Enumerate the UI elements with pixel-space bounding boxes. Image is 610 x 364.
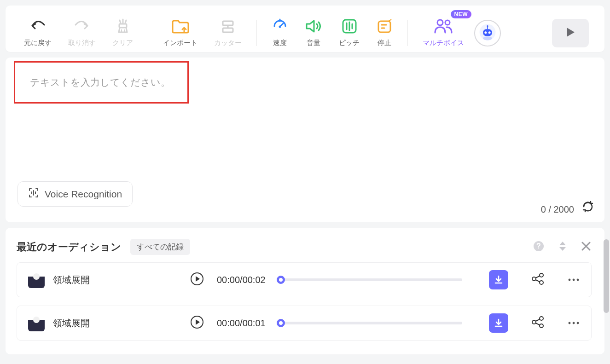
svg-point-45 xyxy=(540,324,543,328)
voice-recognition-label: Voice Recognition xyxy=(45,189,122,200)
sort-icon xyxy=(558,241,568,252)
play-icon xyxy=(565,27,575,40)
audition-row: 領域展開 00:00/00:02 xyxy=(17,262,592,297)
scrollbar[interactable] xyxy=(604,239,609,313)
svg-point-38 xyxy=(569,279,571,281)
svg-rect-1 xyxy=(223,21,233,25)
cutter-button[interactable]: カッター xyxy=(206,18,250,47)
multivoice-label: マルチボイス xyxy=(423,39,464,47)
play-circle-icon xyxy=(190,272,204,286)
pitch-label: ピッチ xyxy=(339,39,360,47)
volume-button[interactable]: 音量 xyxy=(296,18,331,47)
pitch-icon xyxy=(341,18,358,34)
play-circle-icon xyxy=(190,315,204,329)
row-play-button[interactable] xyxy=(190,315,204,331)
svg-rect-11 xyxy=(378,21,390,32)
help-icon: ? xyxy=(533,240,545,252)
pitch-button[interactable]: ピッチ xyxy=(331,18,368,47)
redo-button[interactable]: 取り消す xyxy=(60,18,104,47)
download-button[interactable] xyxy=(489,270,508,289)
brush-icon xyxy=(115,18,131,34)
multivoice-button[interactable]: NEW マルチボイス xyxy=(414,18,472,47)
clear-button[interactable]: クリア xyxy=(104,18,141,47)
svg-point-48 xyxy=(569,322,571,324)
more-icon xyxy=(567,321,580,325)
progress-slider[interactable] xyxy=(278,278,462,281)
play-button[interactable] xyxy=(552,19,589,47)
close-button[interactable] xyxy=(581,241,592,254)
svg-point-43 xyxy=(532,320,536,324)
volume-icon xyxy=(305,18,322,34)
share-icon xyxy=(531,273,544,285)
svg-point-33 xyxy=(532,277,536,281)
auditions-header: 最近のオーディション すべての記録 ? xyxy=(17,239,592,255)
refresh-button[interactable] xyxy=(581,200,594,215)
svg-point-35 xyxy=(540,281,543,284)
share-icon xyxy=(531,316,544,328)
svg-point-40 xyxy=(577,279,579,281)
undo-button[interactable]: 元に戻す xyxy=(16,18,60,47)
voice-recognition-button[interactable]: Voice Recognition xyxy=(17,181,133,207)
download-icon xyxy=(494,318,504,328)
help-button[interactable]: ? xyxy=(533,240,545,254)
svg-line-36 xyxy=(536,276,540,278)
all-records-chip[interactable]: すべての記録 xyxy=(130,239,190,255)
svg-point-23 xyxy=(483,36,492,40)
svg-point-49 xyxy=(573,322,575,324)
voice-avatar-button[interactable] xyxy=(474,20,501,46)
undo-label: 元に戻す xyxy=(24,39,52,47)
cutter-icon xyxy=(220,18,236,34)
audition-time: 00:00/00:02 xyxy=(217,275,266,285)
svg-line-46 xyxy=(536,319,540,322)
download-button[interactable] xyxy=(489,313,508,333)
audition-time: 00:00/00:01 xyxy=(217,318,266,329)
speed-label: 速度 xyxy=(273,39,287,47)
progress-slider[interactable] xyxy=(278,322,462,324)
svg-point-19 xyxy=(484,31,487,34)
pause-label: 停止 xyxy=(378,39,391,47)
svg-point-50 xyxy=(577,322,579,324)
svg-rect-18 xyxy=(483,29,492,36)
text-input-placeholder: テキストを入力してください。 xyxy=(30,76,170,89)
share-button[interactable] xyxy=(531,273,544,287)
row-avatar-icon xyxy=(28,315,45,331)
divider xyxy=(148,20,148,46)
refresh-icon xyxy=(581,200,594,213)
divider xyxy=(256,20,257,46)
char-counter: 0 / 2000 xyxy=(541,204,574,215)
editor-panel: テキストを入力してください。 Voice Recognition 0 / 200… xyxy=(6,58,604,222)
audition-name: 領域展開 xyxy=(53,317,108,329)
svg-point-16 xyxy=(445,20,450,25)
import-label: インポート xyxy=(163,39,198,47)
share-button[interactable] xyxy=(531,316,544,330)
pause-button[interactable]: 停止 xyxy=(368,18,401,47)
more-button[interactable] xyxy=(567,276,580,284)
text-input[interactable]: テキストを入力してください。 xyxy=(14,61,189,104)
download-icon xyxy=(494,275,504,285)
svg-point-15 xyxy=(437,20,443,25)
audition-name: 領域展開 xyxy=(53,274,108,286)
svg-rect-2 xyxy=(223,28,233,32)
row-avatar-icon xyxy=(28,272,45,288)
new-badge: NEW xyxy=(451,10,472,18)
sort-button[interactable] xyxy=(558,241,568,254)
svg-text:?: ? xyxy=(536,242,541,250)
pause-marker-icon xyxy=(376,18,393,34)
more-icon xyxy=(567,277,580,282)
audition-row: 領域展開 00:00/00:01 xyxy=(17,306,592,341)
redo-label: 取り消す xyxy=(68,39,96,47)
svg-point-44 xyxy=(540,317,543,320)
svg-point-34 xyxy=(540,273,543,277)
auditions-title: 最近のオーディション xyxy=(17,240,121,254)
divider xyxy=(407,20,408,46)
speed-button[interactable]: 速度 xyxy=(263,18,296,47)
close-icon xyxy=(581,241,592,252)
volume-label: 音量 xyxy=(307,39,320,47)
svg-line-5 xyxy=(280,23,283,27)
more-button[interactable] xyxy=(567,319,580,327)
svg-line-37 xyxy=(536,280,540,282)
svg-point-39 xyxy=(573,279,575,281)
import-button[interactable]: インポート xyxy=(155,18,206,47)
row-play-button[interactable] xyxy=(190,272,204,288)
voice-recognition-icon xyxy=(28,187,39,201)
